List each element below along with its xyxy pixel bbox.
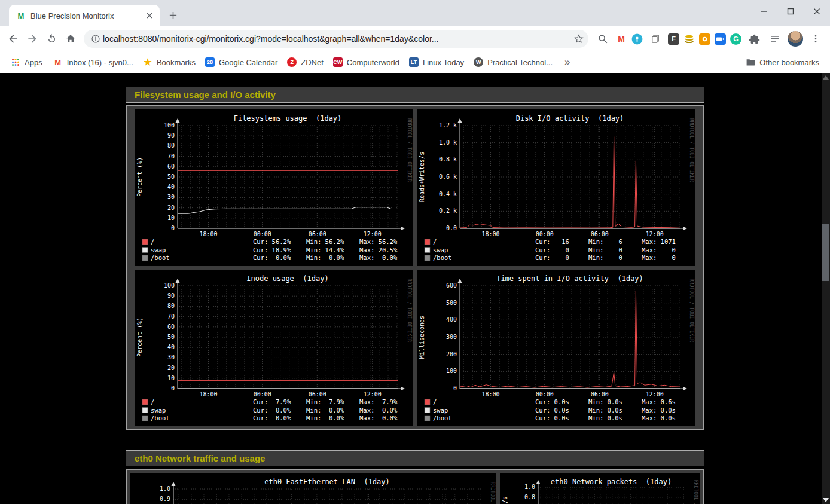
svg-text:100: 100: [446, 368, 457, 374]
svg-text:0: 0: [171, 385, 175, 392]
bookmark-label: Practical Technol...: [487, 58, 553, 67]
extensions-row: M F G: [592, 30, 826, 47]
search-icon[interactable]: [594, 30, 611, 47]
graph-inode-usage[interactable]: 010203040506070809010018:0000:0006:0012:…: [135, 270, 413, 426]
gmail-icon[interactable]: M: [615, 34, 627, 44]
bookmark-item[interactable]: 28Google Calendar: [200, 56, 282, 69]
maximize-button[interactable]: [782, 3, 799, 20]
svg-text:00:00: 00:00: [254, 231, 271, 237]
graph-eth0-lan[interactable]: 0.00.10.20.30.40.50.60.70.80.91.018:0000…: [130, 473, 496, 504]
svg-text:Max: 1071: Max: 1071: [642, 238, 676, 245]
svg-text:RRDTOOL / TOBI OETIKER: RRDTOOL / TOBI OETIKER: [490, 482, 495, 504]
back-button[interactable]: [5, 30, 22, 47]
reading-list-icon[interactable]: [767, 30, 783, 47]
graph-disk-io-activity[interactable]: 0.00.2 k0.4 k0.6 k0.8 k1.0 k1.2 k18:0000…: [417, 109, 695, 266]
scrollbar[interactable]: [822, 73, 830, 504]
graph-time-io-activity[interactable]: 010020030040050060018:0000:0006:0012:00T…: [417, 270, 695, 426]
svg-text:Min: 6: Min: 6: [588, 238, 622, 245]
address-bar[interactable]: localhost:8080/monitorix-cgi/monitorix.c…: [84, 30, 588, 48]
close-button[interactable]: [808, 3, 825, 20]
url-text[interactable]: localhost:8080/monitorix-cgi/monitorix.c…: [103, 34, 568, 44]
scrollbar-thumb[interactable]: [822, 224, 829, 281]
svg-text:/: /: [151, 238, 154, 245]
svg-text:Min: 0: Min: 0: [588, 246, 622, 253]
graph-eth0-packets[interactable]: 0.00.20.40.60.81.018:0000:0006:0012:00et…: [500, 473, 700, 504]
svg-text:10: 10: [167, 375, 175, 381]
forward-button[interactable]: [24, 30, 41, 47]
svg-text:60: 60: [167, 163, 175, 170]
bookmarks-overflow-chevron[interactable]: »: [559, 56, 576, 68]
extension-f-icon[interactable]: F: [668, 33, 679, 45]
svg-text:12:00: 12:00: [364, 391, 382, 398]
svg-text:Max: 0.0s: Max: 0.0s: [642, 407, 676, 414]
svg-text:swap: swap: [151, 407, 166, 414]
svg-text:0: 0: [453, 385, 457, 392]
apps-shortcut[interactable]: Apps: [6, 56, 47, 69]
copy-icon[interactable]: [647, 30, 664, 47]
new-tab-button[interactable]: [164, 7, 181, 23]
stack-icon[interactable]: [683, 33, 695, 45]
camera-extension-icon[interactable]: [699, 33, 710, 45]
bookmark-item[interactable]: ZZDNet: [282, 56, 328, 69]
svg-text:Percent (%): Percent (%): [136, 157, 143, 197]
browser-tab[interactable]: M Blue Precision Monitorix: [9, 5, 160, 26]
svg-text:0.2 k: 0.2 k: [439, 207, 457, 214]
svg-text:0.8: 0.8: [524, 494, 535, 500]
svg-text:100: 100: [164, 282, 175, 289]
svg-text:Cur: 0.0%: Cur: 0.0%: [253, 254, 291, 261]
zdnet-icon: Z: [287, 57, 297, 67]
svg-text:Cur: 0.0%: Cur: 0.0%: [253, 407, 291, 414]
scroll-up-arrow[interactable]: [822, 73, 830, 81]
extensions-puzzle-icon[interactable]: [746, 30, 762, 47]
reload-button[interactable]: [43, 30, 60, 47]
svg-text:12:00: 12:00: [646, 391, 664, 398]
svg-text:RRDTOOL / TOBI OETIKER: RRDTOOL / TOBI OETIKER: [693, 480, 698, 504]
svg-text:30: 30: [167, 194, 175, 200]
svg-text:00:00: 00:00: [536, 391, 554, 398]
bookmark-label: Linux Today: [423, 58, 464, 67]
svg-text:0.8 k: 0.8 k: [439, 156, 457, 163]
calendar-icon: 28: [205, 57, 215, 67]
svg-text:Filesystems usage (1day): Filesystems usage (1day): [234, 114, 342, 123]
minimize-button[interactable]: [756, 3, 773, 20]
svg-text:18:00: 18:00: [481, 391, 499, 398]
computerworld-icon: CW: [333, 57, 343, 67]
svg-text:Max: 0: Max: 0: [642, 246, 676, 253]
svg-text:Percent (%): Percent (%): [136, 317, 143, 357]
svg-text:Cur: 0: Cur: 0: [535, 254, 569, 261]
menu-kebab-icon[interactable]: [807, 30, 824, 47]
window-controls: [756, 1, 825, 22]
svg-text:400: 400: [446, 316, 457, 323]
svg-text:RRDTOOL / TOBI OETIKER: RRDTOOL / TOBI OETIKER: [689, 118, 694, 182]
bookmark-item[interactable]: ★Bookmarks: [138, 56, 200, 69]
svg-text:1.0: 1.0: [524, 484, 535, 490]
page-info-icon[interactable]: [91, 34, 100, 44]
svg-text:06:00: 06:00: [309, 231, 326, 237]
video-call-icon[interactable]: [715, 33, 726, 45]
bookmark-item[interactable]: MInbox (16) - sjvn0...: [48, 56, 138, 69]
password-key-icon[interactable]: [631, 33, 643, 45]
bookmark-label: ZDNet: [301, 58, 324, 67]
bookmark-item[interactable]: CWComputerworld: [328, 56, 404, 69]
tab-close-icon[interactable]: [143, 9, 156, 22]
bookmark-star-icon[interactable]: [570, 30, 587, 47]
svg-text:Cur: 7.9%: Cur: 7.9%: [253, 398, 291, 405]
grammarly-icon[interactable]: G: [730, 33, 741, 45]
section-header-network: eth0 Network traffic and usage: [126, 450, 704, 466]
profile-avatar[interactable]: [788, 31, 803, 47]
graph-filesystems-usage[interactable]: 010203040506070809010018:0000:0006:0012:…: [135, 109, 413, 266]
scroll-down-arrow[interactable]: [822, 496, 830, 504]
svg-text:Min: 0.0%: Min: 0.0%: [306, 407, 344, 414]
monitorix-page: Filesystem usage and I/O activity 010203…: [0, 73, 830, 504]
bookmark-item[interactable]: LTLinux Today: [404, 56, 469, 69]
svg-text:20: 20: [167, 204, 175, 211]
svg-text:Cur: 0.0s: Cur: 0.0s: [535, 407, 569, 414]
bookmark-item[interactable]: WPractical Technol...: [469, 56, 557, 69]
other-bookmarks[interactable]: Other bookmarks: [741, 56, 824, 69]
svg-text:1.2 k: 1.2 k: [439, 122, 457, 129]
svg-text:RRDTOOL / TOBI OETIKER: RRDTOOL / TOBI OETIKER: [689, 279, 694, 342]
svg-text:/: /: [433, 238, 437, 245]
svg-text:Min: 0.0s: Min: 0.0s: [588, 407, 622, 414]
svg-text:Max: 0.0s: Max: 0.0s: [642, 414, 676, 421]
home-button[interactable]: [62, 30, 79, 47]
